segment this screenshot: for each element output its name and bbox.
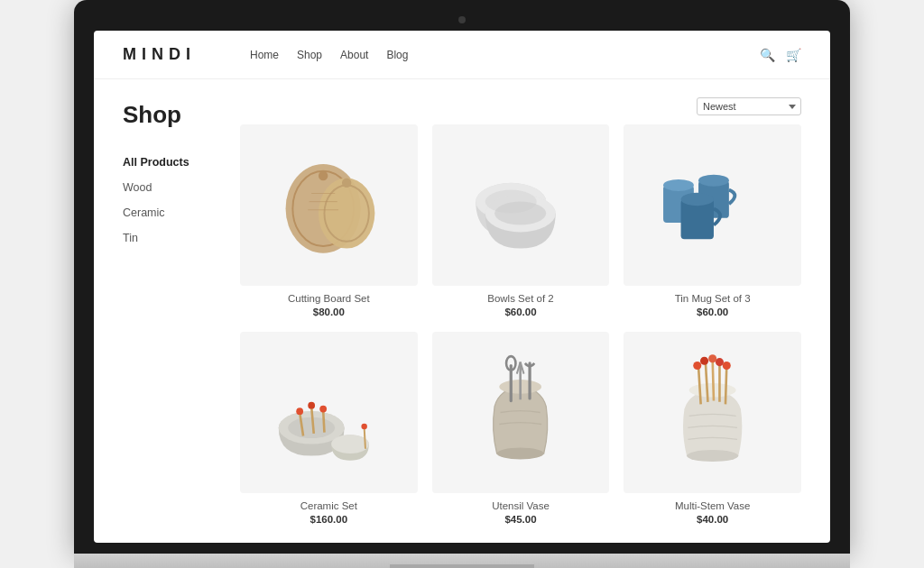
product-name-ceramic-set: Ceramic Set [240, 500, 418, 511]
product-image-ceramic-set [240, 332, 418, 493]
svg-point-2 [319, 171, 328, 180]
products-grid: Cutting Board Set $80.00 [240, 124, 801, 525]
screen-bezel: MINDI Home Shop About Blog 🔍 🛒 [74, 0, 850, 554]
laptop: MINDI Home Shop About Blog 🔍 🛒 [74, 0, 850, 568]
svg-point-47 [700, 356, 708, 364]
laptop-base [74, 554, 850, 568]
product-image-cutting-board [240, 124, 418, 286]
sidebar-item-all-products[interactable]: All Products [123, 156, 240, 169]
sidebar-item-tin[interactable]: Tin [123, 232, 240, 244]
search-icon[interactable]: 🔍 [760, 48, 775, 62]
header-icons: 🔍 🛒 [760, 48, 801, 62]
sidebar-item-wood[interactable]: Wood [123, 181, 240, 194]
product-multi-stem[interactable]: Multi-Stem Vase $40.00 [624, 332, 801, 525]
svg-point-49 [708, 354, 716, 362]
nav-about[interactable]: About [340, 49, 368, 61]
product-price-utensil-vase: $45.00 [432, 514, 610, 525]
svg-point-53 [723, 362, 731, 370]
svg-point-18 [698, 175, 729, 187]
product-price-cutting-board: $80.00 [240, 307, 418, 317]
product-name-multi-stem: Multi-Stem Vase [624, 500, 801, 511]
main-area: Newest Price: Low to High Price: High to… [240, 97, 801, 525]
svg-point-45 [693, 362, 701, 370]
svg-point-31 [331, 435, 369, 453]
svg-point-42 [687, 450, 738, 462]
nav-blog[interactable]: Blog [386, 49, 408, 61]
nav-home[interactable]: Home [250, 49, 279, 61]
svg-line-48 [713, 360, 714, 401]
sidebar-item-ceramic[interactable]: Ceramic [123, 206, 240, 219]
cart-icon[interactable]: 🛒 [786, 48, 801, 62]
product-bowls[interactable]: Bowls Set of 2 $60.00 [432, 124, 610, 317]
svg-point-5 [342, 178, 351, 187]
product-price-ceramic-set: $160.00 [240, 514, 418, 525]
svg-point-3 [319, 178, 374, 248]
product-utensil-vase[interactable]: Utensil Vase $45.00 [432, 332, 610, 525]
sort-select[interactable]: Newest Price: Low to High Price: High to… [697, 97, 801, 115]
svg-line-32 [364, 427, 365, 448]
svg-point-51 [716, 358, 724, 366]
svg-point-27 [308, 401, 315, 408]
page-title: Shop [123, 101, 240, 129]
product-cutting-board[interactable]: Cutting Board Set $80.00 [240, 124, 418, 317]
svg-point-23 [288, 417, 335, 437]
product-image-multi-stem [624, 332, 801, 493]
svg-point-20 [681, 193, 714, 206]
website: MINDI Home Shop About Blog 🔍 🛒 [94, 31, 830, 543]
product-name-mugs: Tin Mug Set of 3 [624, 293, 801, 304]
svg-point-29 [319, 405, 327, 412]
svg-point-33 [361, 424, 367, 430]
product-name-utensil-vase: Utensil Vase [432, 500, 610, 511]
svg-point-16 [663, 179, 694, 191]
product-name-cutting-board: Cutting Board Set [240, 293, 418, 304]
product-name-bowls: Bowls Set of 2 [432, 293, 610, 304]
main-nav: Home Shop About Blog [250, 49, 760, 61]
product-image-bowls [432, 124, 610, 286]
product-image-utensil-vase [432, 332, 610, 493]
site-header: MINDI Home Shop About Blog 🔍 🛒 [94, 31, 830, 79]
product-price-multi-stem: $40.00 [624, 514, 801, 525]
nav-shop[interactable]: Shop [297, 49, 322, 61]
camera [458, 16, 466, 23]
svg-line-28 [323, 410, 324, 433]
sidebar: Shop All Products Wood Ceramic Tin [123, 97, 240, 525]
sidebar-nav: All Products Wood Ceramic Tin [123, 156, 240, 244]
product-price-mugs: $60.00 [624, 307, 801, 317]
product-mugs[interactable]: Tin Mug Set of 3 $60.00 [624, 124, 801, 317]
screen: MINDI Home Shop About Blog 🔍 🛒 [94, 31, 830, 543]
product-ceramic-set[interactable]: Ceramic Set $160.00 [240, 332, 418, 525]
product-image-mugs [624, 124, 801, 286]
site-content: Shop All Products Wood Ceramic Tin Newes [94, 79, 830, 543]
svg-point-34 [497, 447, 544, 459]
site-logo: MINDI [123, 45, 196, 64]
sort-bar: Newest Price: Low to High Price: High to… [240, 97, 801, 115]
svg-point-25 [296, 408, 303, 415]
svg-point-14 [494, 201, 546, 224]
svg-line-52 [725, 366, 726, 404]
product-price-bowls: $60.00 [432, 307, 610, 317]
